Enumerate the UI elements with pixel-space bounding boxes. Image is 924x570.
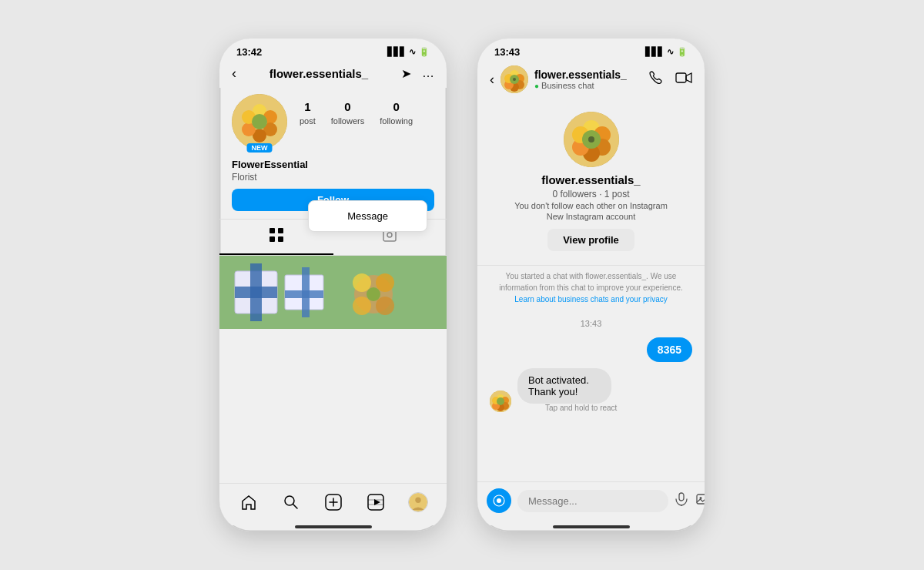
mic-icon[interactable] — [675, 492, 688, 510]
received-message-bubble: Bot activated. Thank you! — [517, 368, 611, 404]
chat-body: 13:43 8365 — [477, 310, 705, 481]
svg-rect-11 — [278, 236, 283, 242]
bottom-nav — [219, 483, 447, 525]
posts-count: 1 — [300, 100, 316, 113]
nav-profile[interactable] — [407, 491, 429, 513]
chat-follower-stats: 0 followers · 1 post — [552, 189, 629, 200]
wifi-icon-2: ∿ — [667, 47, 674, 57]
chat-header: ‹ flower.essentials_ — [477, 61, 705, 99]
gift-image — [219, 256, 447, 329]
status-icons-1: ▋▋▋ ∿ 🔋 — [387, 47, 430, 57]
svg-point-26 — [367, 287, 380, 301]
business-chat-label: Business chat — [541, 81, 594, 90]
nav-add[interactable] — [323, 491, 344, 513]
header-icons: ➤ … — [401, 66, 434, 81]
svg-rect-17 — [235, 287, 277, 298]
svg-point-56 — [588, 136, 594, 142]
chat-input-icons — [675, 492, 705, 510]
display-name: FlowerEssential — [219, 156, 447, 172]
svg-line-28 — [293, 505, 297, 509]
posts-label: post — [300, 116, 316, 126]
sent-message-row: 8365 — [490, 337, 692, 362]
video-icon[interactable] — [675, 70, 692, 89]
svg-point-66 — [497, 498, 501, 503]
stat-following: 0 following — [380, 100, 413, 127]
svg-rect-47 — [676, 73, 686, 82]
back-icon[interactable]: ‹ — [232, 65, 236, 82]
image-icon[interactable] — [696, 492, 705, 510]
svg-rect-8 — [270, 228, 275, 233]
svg-rect-67 — [679, 493, 684, 501]
view-profile-button[interactable]: View profile — [547, 229, 634, 251]
post-thumbnail[interactable] — [219, 256, 447, 329]
received-message-row: Bot activated. Thank you! Tap and hold t… — [490, 368, 692, 412]
status-bar-2: 13:43 ▋▋▋ ∿ 🔋 — [477, 39, 705, 61]
chat-business-label: ● Business chat — [534, 81, 627, 90]
nav-home[interactable] — [238, 491, 259, 513]
time-divider: 13:43 — [490, 319, 692, 328]
privacy-link[interactable]: Learn about business chats and your priv… — [514, 295, 667, 303]
chat-new-account: New Instagram account — [547, 212, 636, 221]
home-indicator-2 — [553, 525, 630, 528]
chat-follow-note: You don't follow each other on Instagram — [514, 201, 668, 210]
signal-icon-2: ▋▋▋ — [645, 47, 664, 57]
svg-point-64 — [497, 397, 504, 405]
nav-search[interactable] — [280, 491, 302, 513]
react-hint: Tap and hold to react — [517, 404, 651, 412]
svg-point-24 — [376, 297, 394, 315]
battery-icon-2: 🔋 — [677, 47, 688, 57]
followers-count: 0 — [331, 100, 364, 113]
chat-header-right — [648, 70, 692, 89]
status-icons-2: ▋▋▋ ∿ 🔋 — [645, 47, 688, 57]
chat-header-avatar — [500, 65, 528, 93]
following-label: following — [380, 116, 413, 126]
sent-message-bubble: 8365 — [647, 337, 692, 362]
battery-icon: 🔋 — [419, 47, 430, 57]
profile-section: NEW 1 post 0 followers 0 following — [219, 88, 447, 156]
new-badge: NEW — [247, 143, 273, 153]
svg-point-23 — [376, 273, 394, 292]
svg-point-46 — [513, 78, 516, 81]
posts-grid — [219, 256, 447, 483]
svg-point-7 — [252, 114, 267, 129]
sender-avatar-small — [490, 391, 511, 412]
bio: Florist — [219, 172, 447, 189]
stat-posts: 1 post — [300, 100, 316, 127]
chat-large-avatar — [564, 112, 619, 167]
home-indicator — [295, 525, 372, 528]
svg-rect-20 — [285, 290, 323, 298]
message-input[interactable] — [517, 490, 668, 512]
svg-point-70 — [700, 497, 702, 499]
followers-label: followers — [331, 116, 364, 126]
svg-point-25 — [353, 297, 371, 315]
phone-icon[interactable] — [648, 70, 663, 89]
stat-followers: 0 followers — [331, 100, 364, 127]
message-popup-label: Message — [347, 210, 388, 222]
chat-header-left: ‹ flower.essentials_ — [490, 65, 627, 93]
send-icon[interactable]: ➤ — [401, 66, 411, 81]
chat-username-header: flower.essentials_ — [534, 69, 627, 81]
avatar — [232, 94, 287, 149]
message-popup[interactable]: Message — [308, 200, 427, 232]
nav-reels[interactable] — [365, 491, 387, 513]
profile-header: ‹ flower.essentials_ ➤ … — [219, 61, 447, 88]
more-icon[interactable]: … — [422, 66, 434, 81]
privacy-text: You started a chat with flower.essential… — [499, 272, 682, 292]
chat-profile-info: flower.essentials_ 0 followers · 1 post … — [477, 99, 705, 265]
signal-icon: ▋▋▋ — [387, 47, 406, 57]
privacy-note: You started a chat with flower.essential… — [477, 265, 705, 310]
camera-button[interactable] — [487, 488, 511, 513]
chat-name-wrap: flower.essentials_ ● Business chat — [534, 69, 627, 90]
chat-username-display: flower.essentials_ — [541, 173, 640, 186]
wifi-icon: ∿ — [409, 47, 416, 57]
avatar-wrap: NEW — [232, 94, 287, 149]
phone-2: 13:43 ▋▋▋ ∿ 🔋 ‹ — [477, 39, 705, 531]
svg-rect-10 — [270, 236, 275, 242]
chat-back-icon[interactable]: ‹ — [490, 72, 494, 88]
following-count: 0 — [380, 100, 413, 113]
profile-username: flower.essentials_ — [270, 67, 368, 80]
chat-input-bar — [477, 481, 705, 525]
status-time-1: 13:42 — [236, 46, 262, 58]
svg-point-13 — [387, 233, 392, 237]
stats-row: 1 post 0 followers 0 following — [300, 94, 413, 127]
